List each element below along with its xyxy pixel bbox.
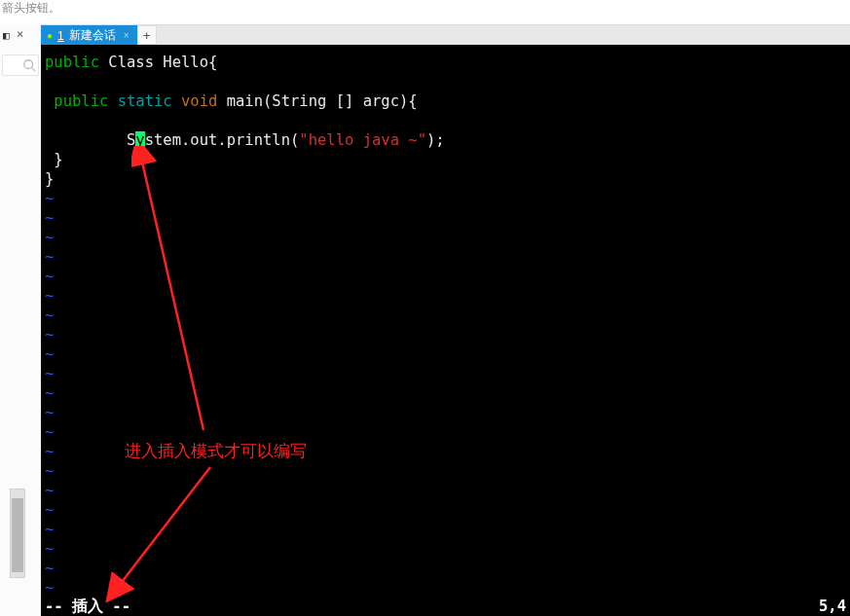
empty-line: ~ [41, 520, 850, 539]
empty-line: ~ [41, 344, 850, 364]
code-line-1: public Class Hello{ [41, 53, 850, 72]
tab-number: 1 [57, 29, 64, 43]
mode-indicator: -- 插入 -- [45, 597, 130, 616]
tab-close-icon[interactable]: × [124, 30, 129, 41]
left-panel-close-icon[interactable]: × [17, 27, 23, 41]
empty-line: ~ [41, 286, 850, 306]
empty-line: ~ [41, 189, 850, 208]
empty-line: ~ [41, 267, 850, 286]
code-line-4: } [41, 150, 850, 169]
cursor: y [135, 131, 144, 149]
left-tab-icon: ◧ [3, 29, 10, 42]
search-icon [22, 58, 36, 72]
annotation-text: 进入插入模式才可以编写 [125, 440, 307, 462]
scrollbar-thumb[interactable] [12, 498, 23, 572]
search-input[interactable] [2, 54, 39, 76]
status-line: -- 插入 -- 5,4 [41, 597, 850, 616]
empty-line: ~ [41, 364, 850, 383]
empty-line: ~ [41, 481, 850, 500]
empty-line: ~ [41, 228, 850, 247]
svg-point-0 [24, 60, 33, 69]
empty-line: ~ [41, 325, 850, 344]
terminal-editor[interactable]: public Class Hello{ public static void m… [41, 45, 850, 616]
tab-label: 新建会话 [69, 27, 116, 44]
tab-bar: ● 1 新建会话 × + [41, 24, 850, 45]
code-line-blank1 [41, 72, 850, 91]
tab-add-button[interactable]: + [137, 25, 157, 45]
empty-line: ~ [41, 578, 850, 598]
empty-line: ~ [41, 208, 850, 228]
empty-line: ~ [41, 461, 850, 481]
empty-line: ~ [41, 500, 850, 520]
top-hint-text: 箭头按钮。 [2, 0, 60, 17]
code-line-2: public static void main(String [] argc){ [41, 91, 850, 111]
code-line-5: } [41, 169, 850, 189]
tab-status-dot-icon: ● [47, 31, 53, 41]
svg-line-1 [32, 68, 36, 72]
cursor-position: 5,4 [819, 597, 846, 616]
empty-line: ~ [41, 559, 850, 578]
empty-line: ~ [41, 247, 850, 267]
empty-line: ~ [41, 403, 850, 422]
empty-line: ~ [41, 306, 850, 325]
code-line-3: System.out.println("hello java ~"); [41, 130, 850, 150]
tab-session-1[interactable]: ● 1 新建会话 × [41, 25, 137, 46]
code-line-blank2 [41, 111, 850, 130]
empty-line: ~ [41, 383, 850, 403]
empty-line: ~ [41, 539, 850, 559]
empty-line: ~ [41, 422, 850, 442]
